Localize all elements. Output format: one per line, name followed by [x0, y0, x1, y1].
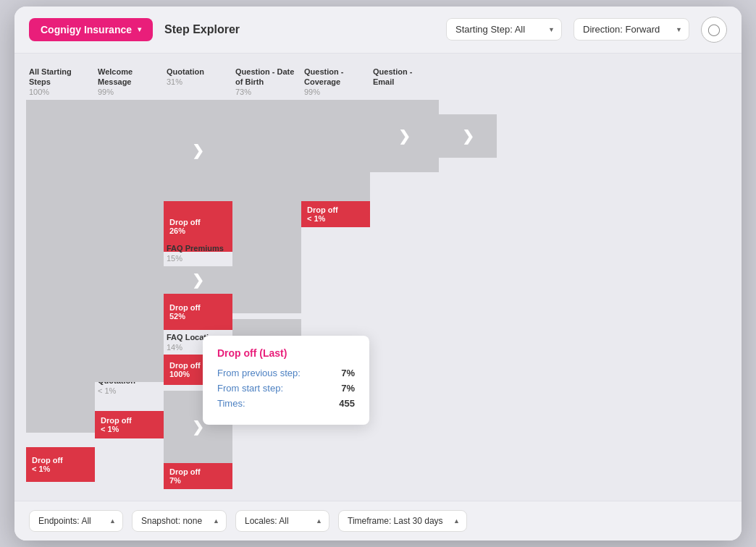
col2-pct: 31%: [167, 77, 228, 87]
col2-faq-step[interactable]: ❯: [164, 266, 232, 294]
col1-drop-label: Drop off: [101, 416, 159, 425]
col4-step-block[interactable]: [301, 100, 370, 201]
col0-header: All Starting Steps 100%: [26, 65, 95, 100]
col2-drop-52[interactable]: Drop off 52%: [164, 294, 232, 330]
locales-dropdown-wrapper[interactable]: Locales: All: [235, 510, 329, 532]
header: Cognigy Insurance ▾ Step Explorer Starti…: [14, 7, 742, 54]
col2-drop-7[interactable]: Drop off 7%: [164, 463, 232, 489]
starting-step-select[interactable]: Starting Step: All: [446, 18, 562, 41]
snapshot-dropdown-wrapper[interactable]: Snapshot: none: [132, 510, 227, 532]
col2-drop-pct2: 52%: [169, 312, 228, 321]
footer: Endpoints: All Snapshot: none Locales: A…: [14, 501, 742, 540]
col4-drop-label: Drop off: [307, 205, 366, 214]
col0-step-block[interactable]: [26, 100, 95, 433]
col3-pct: 73%: [235, 87, 297, 97]
direction-select[interactable]: Direction: Forward: [574, 18, 689, 41]
brand-button[interactable]: Cognigy Insurance ▾: [29, 18, 153, 41]
avatar-button[interactable]: ◯: [701, 17, 727, 43]
col5-chevron-icon: ❯: [398, 127, 411, 145]
col3-label: Question - Date of Birth: [235, 67, 297, 88]
col6-header: [439, 65, 497, 100]
col2-label: Quotation: [167, 67, 228, 77]
starting-step-dropdown-wrapper[interactable]: Starting Step: All: [446, 18, 562, 41]
col0-label: All Starting Steps: [29, 67, 91, 88]
tooltip-label-1: From start step:: [217, 383, 283, 394]
tooltip-drop-label: Drop off: [217, 347, 256, 359]
col5-label: Question - Email: [373, 67, 434, 88]
tooltip-row-2: Times: 455: [217, 398, 355, 409]
col2-drop-label4: Drop off: [169, 467, 228, 476]
col6-step-block[interactable]: ❯: [439, 114, 497, 158]
col0-drop-pct: < 1%: [32, 465, 91, 473]
col2-drop-label1: Drop off: [169, 218, 228, 226]
col0-drop-label: Drop off: [32, 456, 91, 465]
col1-label: Welcome Message: [98, 67, 159, 88]
tooltip-value-2: 455: [339, 398, 355, 409]
tooltip-value-1: 7%: [341, 383, 355, 394]
tooltip-label-0: From previous step:: [217, 368, 301, 378]
col2-header: Quotation 31%: [164, 65, 232, 100]
col4-header: Question - Coverage 99%: [301, 65, 370, 100]
col4-label: Question - Coverage: [304, 67, 366, 88]
col2-faq-locations-pct: 14%: [167, 343, 182, 352]
col1-pct: 99%: [98, 87, 159, 97]
col-quotation: Quotation 31% ❯ Drop off 26% FAQ Premium…: [164, 65, 232, 490]
col2-chevron-icon: ❯: [192, 142, 204, 159]
tooltip-popup: Drop off (Last) From previous step: 7% F…: [203, 336, 369, 425]
tooltip-label-2: Times:: [217, 398, 245, 409]
col-welcome-message: Welcome Message 99% Quotation < 1% Drop …: [95, 65, 164, 438]
col2-drop-pct4: 7%: [169, 476, 228, 485]
tooltip-suffix: (Last): [259, 347, 287, 359]
col1-drop[interactable]: Drop off < 1%: [95, 411, 164, 438]
col2-drop-label2: Drop off: [169, 303, 228, 312]
col-all-starting-steps: All Starting Steps 100% Drop off < 1%: [26, 65, 95, 482]
endpoints-dropdown-wrapper[interactable]: Endpoints: All: [29, 510, 123, 532]
col5-step-block[interactable]: ❯: [370, 100, 439, 172]
locales-select[interactable]: Locales: All: [235, 510, 329, 532]
col2-large-chevron-icon: ❯: [192, 418, 204, 436]
tooltip-row-1: From start step: 7%: [217, 383, 355, 394]
col6-chevron-icon: ❯: [462, 127, 474, 145]
col1-header: Welcome Message 99%: [95, 65, 164, 100]
col0-drop-lt1[interactable]: Drop off < 1%: [26, 447, 95, 482]
col2-faq-chevron-icon: ❯: [192, 271, 204, 289]
col4-pct: 99%: [304, 87, 366, 97]
user-icon: ◯: [707, 22, 721, 36]
col-email: Question - Email ❯: [370, 65, 439, 172]
col2-step-block[interactable]: ❯: [164, 100, 232, 201]
col1-drop-pct: < 1%: [101, 425, 159, 433]
col4-drop-pct: < 1%: [307, 214, 366, 223]
col-arrow: ❯: [439, 65, 497, 158]
col3-header: Question - Date of Birth 73%: [232, 65, 301, 100]
col2-faq-premiums-label: FAQ Premiums: [167, 243, 230, 253]
timeframe-dropdown-wrapper[interactable]: Timeframe: Last 30 days: [338, 510, 467, 532]
direction-dropdown-wrapper[interactable]: Direction: Forward: [574, 18, 689, 41]
col2-faq-premiums-pct: 15%: [167, 253, 230, 263]
tooltip-value-0: 7%: [341, 368, 355, 378]
endpoints-select[interactable]: Endpoints: All: [29, 510, 123, 532]
col1-step-block[interactable]: [95, 100, 164, 382]
timeframe-select[interactable]: Timeframe: Last 30 days: [338, 510, 467, 532]
col3-step-block[interactable]: [232, 100, 301, 201]
main-content: All Starting Steps 100% Drop off < 1% We…: [14, 54, 742, 501]
col5-header: Question - Email: [370, 65, 439, 100]
col0-pct: 100%: [29, 87, 91, 97]
tooltip-title: Drop off (Last): [217, 347, 355, 359]
tooltip-row-0: From previous step: 7%: [217, 368, 355, 378]
col4-drop-lt1[interactable]: Drop off < 1%: [301, 201, 370, 227]
app-window: Cognigy Insurance ▾ Step Explorer Starti…: [14, 7, 742, 541]
col2-drop-pct1: 26%: [169, 226, 228, 235]
col-coverage: Question - Coverage 99% Drop off < 1%: [301, 65, 370, 227]
col1-quotation-pct: < 1%: [98, 386, 116, 395]
brand-chevron-icon: ▾: [138, 25, 141, 33]
snapshot-select[interactable]: Snapshot: none: [132, 510, 227, 532]
page-title: Step Explorer: [164, 23, 240, 36]
brand-label: Cognigy Insurance: [41, 24, 132, 35]
